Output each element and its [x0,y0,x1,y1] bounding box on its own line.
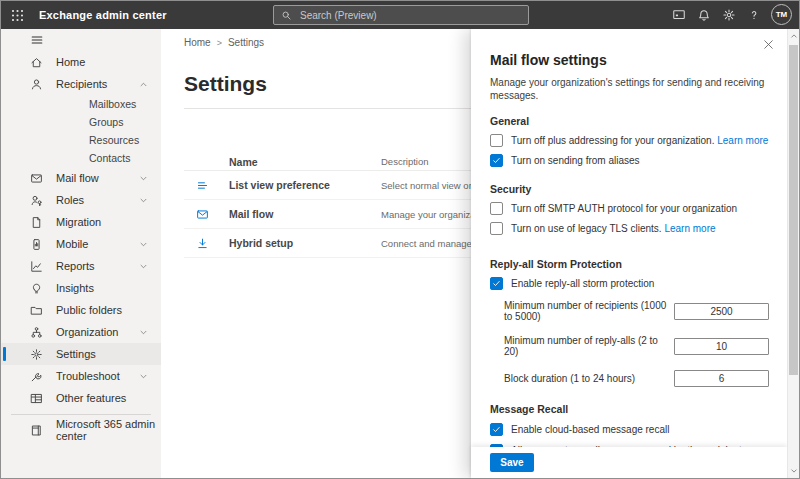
row-name: List view preference [229,179,381,191]
scrollbar-down-icon [790,467,798,475]
chevron-down-icon [139,372,148,381]
sidebar-item-reports[interactable]: Reports [1,255,161,277]
sidebar-item-other-features[interactable]: Other features [1,387,161,409]
sidebar-item-label: Groups [89,116,123,128]
checkbox-label: Turn on sending from aliases [511,154,640,168]
sidebar-item-groups[interactable]: Groups [1,113,161,131]
close-icon [763,39,774,50]
microsoft-365-icon [30,424,43,437]
sidebar-item-mail-flow[interactable]: Mail flow [1,167,161,189]
sidebar-item-troubleshoot[interactable]: Troubleshoot [1,365,161,387]
panel-body: Mail flow settings Manage your organizat… [471,29,787,478]
sidebar-item-label: Organization [56,326,118,338]
sidebar-item-label: Insights [56,282,94,294]
save-button[interactable]: Save [490,453,534,472]
panel-section-reply-all-storm-protection: Reply-all Storm ProtectionEnable reply-a… [490,258,769,387]
sidebar-item-mobile[interactable]: Mobile [1,233,161,255]
reports-icon [30,260,43,273]
sidebar-item-resources[interactable]: Resources [1,131,161,149]
exchange-admin-center-window: Exchange admin center TM HomeRecipientsM… [0,0,800,479]
panel-section-general: GeneralTurn off plus addressing for your… [490,115,769,168]
section-heading: Security [490,183,769,196]
panel-title: Mail flow settings [490,51,769,69]
list-icon [196,179,209,192]
panel-description: Manage your organization's settings for … [490,76,769,102]
sidebar-item-home[interactable]: Home [1,51,161,73]
checkbox[interactable] [490,134,503,147]
hamburger-icon [30,33,44,47]
sidebar-item-recipients[interactable]: Recipients [1,73,161,95]
sidebar-divider [11,414,151,415]
app-launcher-button[interactable] [1,1,33,29]
mobile-icon [30,238,43,251]
sidebar-item-settings[interactable]: Settings [1,343,161,365]
number-field-row: Minimum number of reply-alls (2 to 20) [490,335,769,357]
sidebar-item-label: Resources [89,134,139,146]
sidebar-item-insights[interactable]: Insights [1,277,161,299]
checkbox[interactable] [490,202,503,215]
learn-more-link[interactable]: Learn more [664,223,715,234]
sidebar-item-label: Microsoft 365 admin center [56,418,161,442]
number-field-row: Block duration (1 to 24 hours) [490,370,769,387]
sidebar-item-roles[interactable]: Roles [1,189,161,211]
checkbox-label: Enable cloud-based message recall [511,423,669,437]
roles-icon [30,194,43,207]
help-icon-button[interactable] [745,1,763,29]
orgchart-icon [30,326,43,339]
breadcrumb-item[interactable]: Home [184,37,211,48]
search-icon-slot [281,10,292,21]
checkmark-icon [492,425,501,434]
number-input[interactable] [674,370,769,387]
sidebar-item-label: Settings [56,348,96,360]
bell-icon [697,8,711,22]
sidebar-item-organization[interactable]: Organization [1,321,161,343]
sidebar-item-label: Mailboxes [89,98,136,110]
checkbox-row: Enable reply-all storm protection [490,277,769,291]
display-icon-button[interactable] [670,1,688,29]
sidebar-item-label: Reports [56,260,95,272]
sidebar-item-public-folders[interactable]: Public folders [1,299,161,321]
sidebar-item-label: Mail flow [56,172,99,184]
gear-icon-button[interactable] [720,1,738,29]
field-label: Block duration (1 to 24 hours) [504,373,674,384]
number-input[interactable] [674,338,769,355]
sidebar-item-mailboxes[interactable]: Mailboxes [1,95,161,113]
scrollbar-thumb[interactable] [789,45,798,375]
checkbox[interactable] [490,222,503,235]
checkbox-row: Enable cloud-based message recall [490,423,769,437]
sidebar-item-microsoft-365-admin-center[interactable]: Microsoft 365 admin center [1,419,161,441]
search-box[interactable] [273,5,529,25]
panel-scrollbar[interactable] [787,29,799,478]
checkbox[interactable] [490,423,503,436]
learn-more-link[interactable]: Learn more [717,135,768,146]
checkbox-label: Enable reply-all storm protection [511,277,654,291]
app-title: Exchange admin center [39,9,167,21]
scrollbar-up-arrow[interactable] [788,30,799,42]
row-name: Mail flow [229,208,381,220]
sidebar-item-label: Troubleshoot [56,370,120,382]
sidebar-item-migration[interactable]: Migration [1,211,161,233]
chevron-down-icon [139,240,148,249]
chevron-down-icon [139,262,148,271]
checkbox[interactable] [490,154,503,167]
checkbox[interactable] [490,277,503,290]
sidebar-item-label: Public folders [56,304,122,316]
chevron-down-icon [139,328,148,337]
search-input[interactable] [298,9,521,22]
number-input[interactable] [674,303,769,320]
checkbox-row: Turn on sending from aliases [490,154,769,168]
account-avatar[interactable]: TM [771,4,792,25]
bell-icon-button[interactable] [695,1,713,29]
breadcrumb-separator: > [217,38,222,48]
sidebar-item-contacts[interactable]: Contacts [1,149,161,167]
search-icon [281,10,292,21]
checkbox-row: Turn on use of legacy TLS clients. Learn… [490,222,769,236]
mail-flow-settings-panel: Mail flow settings Manage your organizat… [471,29,787,478]
close-button[interactable] [760,36,776,52]
scrollbar-down-arrow[interactable] [788,465,799,477]
app-launcher-icon [10,8,25,23]
section-heading: General [490,115,769,128]
sidebar-collapse-button[interactable] [1,29,161,51]
sidebar-nav: HomeRecipientsMailboxesGroupsResourcesCo… [1,51,161,409]
page-title: Settings [184,72,267,96]
